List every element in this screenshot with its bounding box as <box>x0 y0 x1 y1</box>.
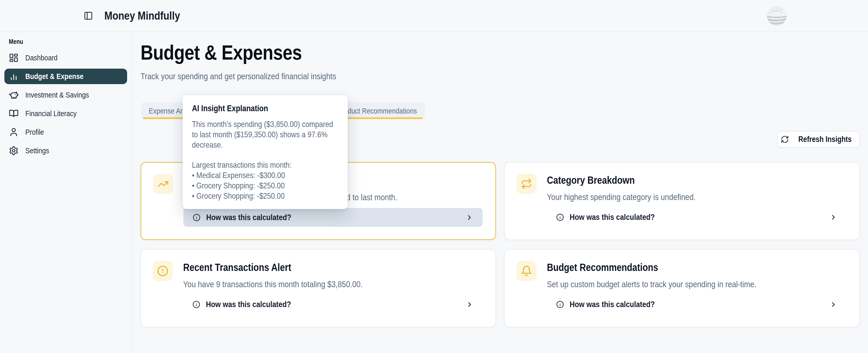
how-calculated-button[interactable]: How was this calculated? <box>547 208 846 226</box>
main-content: Budget & Expenses Track your spending an… <box>132 32 868 353</box>
piggy-bank-icon <box>9 90 19 100</box>
sidebar-item-label: Profile <box>25 128 44 137</box>
insight-card-category-breakdown: Category Breakdown Your highest spending… <box>504 162 860 240</box>
card-title: Budget Recommendations <box>547 262 658 273</box>
popover-bullet: • Medical Expenses: -$300.00 <box>192 170 337 180</box>
refresh-insights-button[interactable]: Refresh Insights <box>777 131 860 148</box>
repeat-icon <box>517 174 536 194</box>
sidebar: Menu Dashboard Budget & Expense Investme… <box>0 32 132 353</box>
info-icon <box>193 214 200 221</box>
sidebar-item-label: Budget & Expense <box>25 72 84 81</box>
popover-body: This month's spending ($3,850.00) compar… <box>192 119 337 201</box>
sidebar-item-label: Settings <box>25 146 49 155</box>
avatar[interactable] <box>767 6 787 26</box>
popover-title: AI Insight Explanation <box>192 103 268 113</box>
sidebar-item-investment-savings[interactable]: Investment & Savings <box>4 87 127 103</box>
gear-icon <box>9 146 19 155</box>
refresh-icon <box>781 135 789 143</box>
popover-paragraph: This month's spending ($3,850.00) compar… <box>192 119 337 150</box>
how-calculated-button[interactable]: How was this calculated? <box>183 295 483 314</box>
sidebar-item-label: Investment & Savings <box>25 91 89 99</box>
page-title: Budget & Expenses <box>141 41 302 65</box>
sidebar-item-settings[interactable]: Settings <box>4 143 127 158</box>
insight-card-recent-transactions: Recent Transactions Alert You have 9 tra… <box>141 249 496 327</box>
sidebar-item-budget-expense[interactable]: Budget & Expense <box>4 69 127 84</box>
trending-up-icon <box>153 174 173 194</box>
how-calculated-button[interactable]: How was this calculated? <box>547 295 846 314</box>
how-calculated-label: How was this calculated? <box>206 213 291 222</box>
how-calculated-label: How was this calculated? <box>570 212 655 222</box>
how-calculated-label: How was this calculated? <box>206 299 291 309</box>
info-icon <box>192 301 200 308</box>
sidebar-item-financial-literacy[interactable]: Financial Literacy <box>4 106 127 121</box>
chevron-right-icon <box>830 213 837 221</box>
sidebar-item-dashboard[interactable]: Dashboard <box>4 50 127 66</box>
sidebar-item-label: Financial Literacy <box>25 109 76 118</box>
tab-label: Product Recommendations <box>337 107 417 115</box>
chevron-right-icon <box>466 214 473 221</box>
info-icon <box>556 213 564 221</box>
card-subtitle: Set up custom budget alerts to track you… <box>547 279 756 289</box>
sidebar-toggle-button[interactable] <box>82 9 95 22</box>
layout-dashboard-icon <box>9 53 19 63</box>
popover-bullet: • Grocery Shopping: -$250.00 <box>192 180 337 191</box>
insight-card-budget-recommendations: Budget Recommendations Set up custom bud… <box>504 249 860 327</box>
sidebar-section-label: Menu <box>9 38 23 45</box>
sidebar-item-profile[interactable]: Profile <box>4 125 127 140</box>
how-calculated-button[interactable]: How was this calculated? <box>183 208 483 227</box>
sidebar-item-label: Dashboard <box>25 54 58 62</box>
card-subtitle: You have 9 transactions this month total… <box>183 279 363 289</box>
page-subtitle: Track your spending and get personalized… <box>141 71 336 81</box>
book-open-icon <box>9 109 19 118</box>
card-title: Category Breakdown <box>547 174 635 186</box>
bell-icon <box>517 261 536 281</box>
info-icon <box>556 301 564 308</box>
refresh-insights-label: Refresh Insights <box>798 135 851 144</box>
card-subtitle: Your highest spending category is undefi… <box>547 192 696 202</box>
bar-chart-icon <box>9 71 19 81</box>
top-bar: Money Mindfully <box>0 0 868 32</box>
user-icon <box>9 127 19 137</box>
chevron-right-icon <box>466 301 473 308</box>
chevron-right-icon <box>830 301 837 308</box>
how-calculated-label: How was this calculated? <box>570 299 655 309</box>
card-title: Recent Transactions Alert <box>183 262 291 273</box>
popover-bullet: • Grocery Shopping: -$250.00 <box>192 191 337 201</box>
alert-circle-icon <box>153 261 173 281</box>
sidebar-nav: Dashboard Budget & Expense Investment & … <box>0 50 131 158</box>
popover-list-intro: Largest transactions this month: <box>192 160 337 170</box>
ai-insight-popover: AI Insight Explanation This month's spen… <box>183 95 348 209</box>
app-title: Money Mindfully <box>104 9 180 22</box>
panel-left-icon <box>84 11 93 21</box>
